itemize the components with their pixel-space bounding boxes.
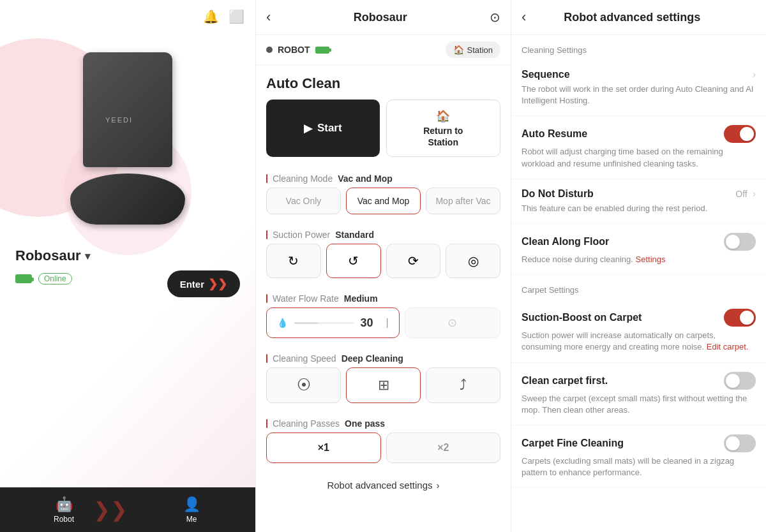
suction-boost-toggle[interactable] xyxy=(724,309,756,327)
slider-fill xyxy=(294,322,318,324)
speed-fast-icon: ⤴ xyxy=(460,377,467,394)
do-not-disturb-title: Do Not Disturb xyxy=(522,188,594,200)
mode-mop-after-vac[interactable]: Mop after Vac xyxy=(426,188,500,214)
robot-status-left: ROBOT xyxy=(266,45,329,55)
robot-status-bar: ROBOT 🏠 Station xyxy=(256,35,511,65)
left-panel: 🔔 ⬜ YEEDI Robosaur ▾ Online Enter xyxy=(0,0,255,532)
section-divider5 xyxy=(266,419,267,428)
speed-normal[interactable]: ⦿ xyxy=(266,367,341,403)
battery-bar-icon xyxy=(315,47,329,54)
speed-deep[interactable]: ⊞ xyxy=(346,367,421,403)
right-header: ‹ Robot advanced settings xyxy=(511,0,766,35)
slider-marker: | xyxy=(386,317,388,329)
station-body: YEEDI xyxy=(83,52,172,167)
sequence-chevron-icon: › xyxy=(753,69,756,80)
clean-along-floor-item-top: Clean Along Floor xyxy=(522,233,756,251)
suction-max[interactable]: ◎ xyxy=(446,244,500,278)
water-flow-slider[interactable]: 💧 30 | xyxy=(266,307,400,338)
robot-image: YEEDI xyxy=(0,33,255,237)
clean-along-floor-settings-link[interactable]: Settings xyxy=(636,255,666,264)
carpet-fine-title: Carpet Fine Cleaning xyxy=(522,438,624,449)
mode-vac-only[interactable]: Vac Only xyxy=(266,188,341,214)
pass-x1[interactable]: ×1 xyxy=(266,432,381,463)
auto-resume-toggle[interactable] xyxy=(724,125,756,143)
suction-low-icon: ↻ xyxy=(288,253,299,269)
suction-section-label: Suction Power Standard xyxy=(256,223,511,244)
robot-brand-label: YEEDI xyxy=(105,116,133,124)
suction-standard[interactable]: ↺ xyxy=(326,244,381,278)
mid-header-title: Robosaur xyxy=(354,11,407,24)
sequence-item-top: Sequence › xyxy=(522,69,756,80)
suction-boost-item: Suction-Boost on Carpet Suction power wi… xyxy=(511,300,766,362)
section-divider3 xyxy=(266,294,267,303)
right-back-button[interactable]: ‹ xyxy=(522,9,526,26)
auto-resume-desc: Robot will adjust charging time based on… xyxy=(522,146,756,169)
mid-header: ‹ Robosaur ⊙ xyxy=(256,0,511,35)
pass-x2[interactable]: ×2 xyxy=(386,432,501,463)
do-not-disturb-item[interactable]: Do Not Disturb Off › This feature can be… xyxy=(511,179,766,224)
suction-boost-desc: Suction power will increase automaticall… xyxy=(522,330,756,353)
water-flow-container: 💧 30 | ⊙ xyxy=(256,307,511,347)
cleaning-settings-label: Cleaning Settings xyxy=(511,35,766,60)
mode-vac-mop[interactable]: Vac and Mop xyxy=(346,188,421,214)
cleaning-mode-section-label: Cleaning Mode Vac and Mop xyxy=(256,167,511,188)
chevron-down-icon[interactable]: ▾ xyxy=(85,250,90,262)
clean-along-floor-toggle[interactable] xyxy=(724,233,756,251)
carpet-fine-toggle[interactable] xyxy=(724,434,756,452)
top-bar: 🔔 ⬜ xyxy=(0,0,255,33)
house-icon: 🏠 xyxy=(453,45,464,55)
carpet-fine-item-top: Carpet Fine Cleaning xyxy=(522,434,756,452)
suction-low[interactable]: ↻ xyxy=(266,244,321,278)
arrow-icon: ❯❯ xyxy=(208,277,227,291)
clean-along-floor-toggle-knob xyxy=(726,235,740,249)
clean-carpet-first-item: Clean carpet first. Sweep the carpet (ex… xyxy=(511,363,766,425)
suction-boost-title: Suction-Boost on Carpet xyxy=(522,312,642,323)
speed-fast[interactable]: ⤴ xyxy=(426,367,500,403)
cleaning-passes-section-label: Cleaning Passes One pass xyxy=(256,412,511,432)
robot-name-label: ROBOT xyxy=(278,45,310,55)
enter-button[interactable]: Enter ❯❯ xyxy=(167,270,240,297)
nav-robot[interactable]: 🤖 Robot ❯❯ xyxy=(0,487,128,532)
big-play-icon: ▶ xyxy=(304,122,312,135)
do-not-disturb-desc: This feature can be enabled during the r… xyxy=(522,203,756,214)
settings-icon[interactable]: ⊙ xyxy=(490,10,500,25)
big-start-button[interactable]: ▶ Start xyxy=(266,100,380,157)
clean-carpet-first-desc: Sweep the carpet (except small mats) fir… xyxy=(522,393,756,416)
carpet-fine-item: Carpet Fine Cleaning Carpets (excluding … xyxy=(511,425,766,488)
robot-status-dot xyxy=(266,47,273,53)
scan-icon[interactable]: ⬜ xyxy=(227,8,245,26)
auto-resume-title: Auto Resume xyxy=(522,128,587,140)
disabled-icon: ⊙ xyxy=(447,316,457,330)
big-action-buttons: ▶ Start 🏠 Return to Station xyxy=(256,100,511,167)
robot-nav-icon: 🤖 xyxy=(56,496,73,513)
clean-along-floor-item: Clean Along Floor Reduce noise during cl… xyxy=(511,224,766,275)
suction-options: ↻ ↺ ⟳ ◎ xyxy=(256,244,511,287)
right-title: Robot advanced settings xyxy=(534,11,730,24)
advanced-settings-link[interactable]: Robot advanced settings › xyxy=(256,472,511,503)
station-button[interactable]: 🏠 Station xyxy=(446,41,500,58)
do-not-disturb-item-top: Do Not Disturb Off › xyxy=(522,188,756,200)
slider-value: 30 xyxy=(360,316,379,330)
slider-track xyxy=(294,322,354,324)
device-name: Robosaur ▾ xyxy=(15,248,240,264)
return-house-icon: 🏠 xyxy=(436,109,450,123)
sequence-item[interactable]: Sequence › The robot will work in the se… xyxy=(511,60,766,116)
clean-along-floor-title: Clean Along Floor xyxy=(522,236,609,248)
right-panel: ‹ Robot advanced settings Cleaning Setti… xyxy=(511,0,766,532)
back-button[interactable]: ‹ xyxy=(266,9,271,26)
me-nav-icon: 👤 xyxy=(183,496,200,513)
big-return-button[interactable]: 🏠 Return to Station xyxy=(386,100,501,157)
clean-carpet-first-toggle[interactable] xyxy=(724,372,756,390)
bottom-nav: 🤖 Robot ❯❯ 👤 Me xyxy=(0,487,255,532)
device-info: Robosaur ▾ Online Enter ❯❯ xyxy=(0,237,255,305)
auto-resume-item-top: Auto Resume xyxy=(522,125,756,143)
nav-me[interactable]: 👤 Me xyxy=(128,487,255,532)
cleaning-speed-section-label: Cleaning Speed Deep Cleaning xyxy=(256,347,511,367)
clean-carpet-first-toggle-knob xyxy=(726,374,740,388)
notification-icon[interactable]: 🔔 xyxy=(202,8,220,26)
speed-deep-icon: ⊞ xyxy=(378,377,389,394)
suction-boost-edit-link[interactable]: Edit carpet. xyxy=(707,342,749,351)
suction-strong[interactable]: ⟳ xyxy=(386,244,441,278)
device-badges: Online xyxy=(15,273,72,284)
online-badge: Online xyxy=(38,273,72,284)
